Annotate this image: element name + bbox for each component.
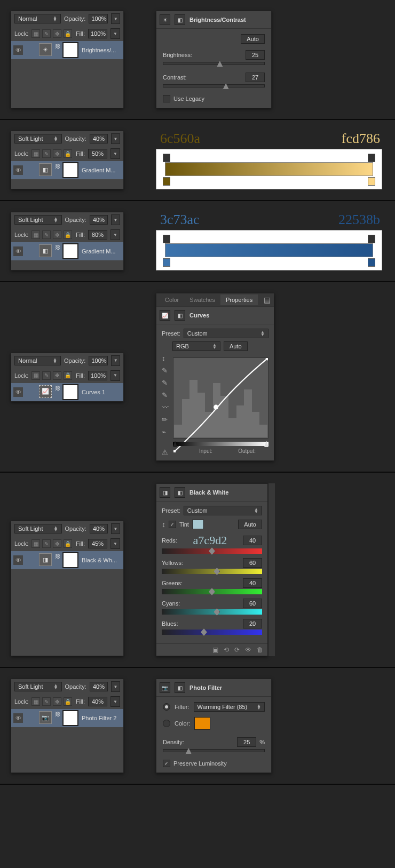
mask-icon[interactable]: ◧ (175, 682, 185, 693)
auto-button[interactable]: Auto (241, 34, 265, 44)
panel-menu-icon[interactable]: ▤ (264, 296, 271, 304)
visibility-toggle[interactable]: 👁 (13, 165, 23, 175)
gradient-bar[interactable] (165, 243, 373, 257)
filter-dropdown[interactable]: Warming Filter (85)▲▼ (194, 702, 265, 712)
blend-mode-dropdown[interactable]: Soft Light▲▼ (14, 215, 62, 225)
contrast-value[interactable]: 27 (246, 73, 265, 82)
legacy-checkbox[interactable] (163, 95, 170, 102)
layers-panel: Soft Light▲▼ Opacity: 40% ▼ Lock: ▦✎✥🔒 F… (11, 679, 124, 773)
layer-row[interactable]: 👁 ◧⛓ Gradient M... (11, 161, 123, 179)
auto-button[interactable]: Auto (224, 341, 248, 351)
density-slider[interactable] (163, 749, 265, 752)
fill-input[interactable]: 100% (88, 29, 107, 38)
opacity-input[interactable]: 40% (90, 134, 108, 144)
opacity-input[interactable]: 40% (90, 215, 108, 225)
mask-icon[interactable]: ◧ (175, 310, 185, 321)
tab-color[interactable]: Color (160, 294, 184, 305)
bw-value[interactable]: 20 (243, 619, 262, 628)
reset-icon[interactable]: ⟳ (234, 646, 240, 654)
bw-value[interactable]: 60 (243, 599, 262, 608)
pencil-tool-icon[interactable]: ✏ (162, 416, 169, 424)
mask-icon[interactable]: ◧ (175, 487, 185, 498)
adjustment-thumb[interactable]: ☀ (39, 43, 52, 56)
brightness-value[interactable]: 25 (246, 50, 265, 60)
gradient-bar[interactable] (165, 162, 373, 176)
blend-mode-dropdown[interactable]: Soft Light▲▼ (14, 524, 62, 533)
mask-thumb[interactable] (64, 43, 77, 57)
blend-mode-dropdown[interactable]: Normal▲▼ (14, 14, 61, 23)
bw-slider[interactable] (162, 630, 262, 635)
bw-value[interactable]: 60 (243, 558, 262, 568)
fill-input[interactable]: 45% (88, 539, 107, 548)
layer-row[interactable]: 👁 ☀ ⛓ Brightness/... (11, 41, 123, 59)
opacity-stop-right[interactable] (368, 154, 375, 162)
target-adjust-icon[interactable]: ↕ (162, 520, 165, 529)
bw-icon: ◨ (160, 487, 170, 498)
bw-slider[interactable] (162, 548, 262, 554)
fill-input[interactable]: 100% (88, 371, 107, 380)
tint-swatch[interactable] (192, 520, 204, 529)
gradient-editor[interactable] (156, 149, 382, 189)
fill-input[interactable]: 40% (88, 697, 107, 706)
preserve-checkbox[interactable]: ✓ (163, 760, 170, 767)
filter-radio[interactable] (163, 703, 170, 711)
fill-input[interactable]: 50% (88, 149, 107, 158)
prev-state-icon[interactable]: ⟲ (224, 646, 229, 654)
lock-all-icon[interactable]: 🔒 (64, 29, 72, 38)
trash-icon[interactable]: 🗑 (257, 646, 263, 654)
auto-button[interactable]: Auto (238, 520, 262, 529)
tab-properties[interactable]: Properties (220, 294, 258, 305)
lock-paint-icon[interactable]: ✎ (42, 29, 51, 38)
bw-slider[interactable] (162, 589, 262, 594)
mask-thumb[interactable] (64, 163, 77, 177)
eyedropper-white-icon[interactable]: ✎ (162, 391, 169, 399)
smooth-icon[interactable]: ⌁ (162, 428, 169, 436)
layer-row[interactable]: 👁 📈⛓ Curves 1 (11, 383, 123, 401)
gradient-editor[interactable] (156, 230, 382, 270)
opacity-dropdown-btn[interactable]: ▼ (111, 13, 120, 24)
color-stop-right[interactable] (368, 177, 375, 186)
color-stop-left[interactable] (163, 177, 170, 186)
eyedropper-gray-icon[interactable]: ✎ (162, 379, 169, 387)
color-swatch[interactable] (194, 717, 210, 730)
tint-checkbox[interactable]: ✓ (169, 521, 176, 528)
target-adjust-icon[interactable]: ↕ (162, 354, 169, 362)
blend-mode-dropdown[interactable]: Soft Light▲▼ (14, 682, 62, 691)
eyedropper-black-icon[interactable]: ✎ (162, 367, 169, 375)
opacity-input[interactable]: 100% (89, 356, 108, 365)
preset-dropdown[interactable]: Custom▲▼ (184, 506, 262, 515)
clip-icon[interactable]: ▣ (212, 646, 218, 654)
preset-dropdown[interactable]: Custom▲▼ (184, 329, 268, 338)
layer-row[interactable]: 👁 📷⛓ Photo Filter 2 (11, 709, 123, 727)
curves-graph[interactable] (173, 357, 268, 439)
lock-position-icon[interactable]: ✥ (53, 29, 61, 38)
layer-row[interactable]: 👁 ◧⛓ Gradient M... (11, 242, 123, 260)
adjustment-thumb[interactable]: 📈 (39, 385, 52, 398)
visibility-icon[interactable]: 👁 (245, 646, 251, 654)
bw-value[interactable]: 40 (243, 578, 262, 588)
opacity-input[interactable]: 40% (90, 682, 108, 691)
mask-icon[interactable]: ◧ (175, 14, 185, 25)
fill-dropdown-btn[interactable]: ▼ (110, 28, 120, 39)
opacity-input[interactable]: 40% (90, 524, 108, 533)
adjustment-thumb[interactable]: ◧ (39, 163, 52, 176)
fill-input[interactable]: 80% (88, 230, 107, 240)
bw-value[interactable]: 40 (243, 536, 262, 545)
color-radio[interactable] (163, 720, 170, 727)
bw-slider[interactable] (162, 569, 262, 574)
tab-swatches[interactable]: Swatches (184, 294, 220, 305)
lock-transparency-icon[interactable]: ▦ (31, 29, 40, 38)
blend-mode-dropdown[interactable]: Normal▲▼ (14, 356, 61, 365)
opacity-input[interactable]: 100% (89, 14, 108, 23)
density-value[interactable]: 25 (237, 737, 256, 747)
layer-row[interactable]: 👁 ◨⛓ Black & Wh... (11, 551, 123, 569)
channel-dropdown[interactable]: RGB▲▼ (172, 341, 220, 351)
contrast-slider[interactable] (163, 84, 265, 87)
brightness-slider[interactable] (163, 62, 265, 65)
visibility-toggle[interactable]: 👁 (13, 45, 23, 55)
blend-mode-dropdown[interactable]: Soft Light▲▼ (14, 134, 62, 144)
bw-slider[interactable] (162, 609, 262, 615)
curve-tool-icon[interactable]: 〰 (162, 403, 169, 411)
scrollbar[interactable] (268, 483, 275, 656)
opacity-stop-left[interactable] (163, 154, 170, 162)
